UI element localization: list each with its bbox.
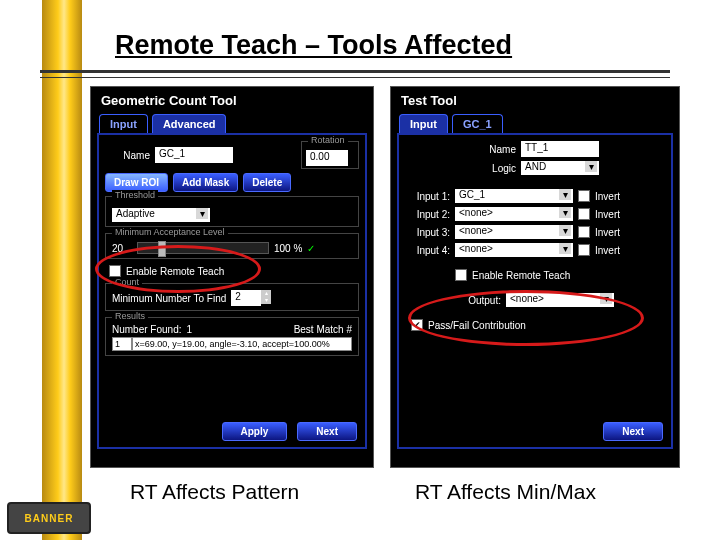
- best-match-label: Best Match #: [294, 324, 352, 335]
- input1-dropdown[interactable]: GC_1: [455, 189, 573, 203]
- input2-label: Input 2:: [405, 209, 450, 220]
- passfail-checkbox[interactable]: [411, 319, 423, 331]
- logic-label: Logic: [471, 163, 516, 174]
- next-button-right[interactable]: Next: [603, 422, 663, 441]
- input4-label: Input 4:: [405, 245, 450, 256]
- found-label: Number Found:: [112, 324, 181, 335]
- input4-dropdown[interactable]: <none>: [455, 243, 573, 257]
- passfail-label: Pass/Fail Contribution: [428, 320, 526, 331]
- caption-left: RT Affects Pattern: [130, 480, 299, 504]
- check-icon: ✓: [307, 243, 315, 254]
- enable-rt-label: Enable Remote Teach: [126, 266, 224, 277]
- tab-advanced[interactable]: Advanced: [152, 114, 227, 133]
- next-button-left[interactable]: Next: [297, 422, 357, 441]
- tab-row-right: Input GC_1: [391, 114, 679, 133]
- results-table: 1 x=69.00, y=19.00, angle=-3.10, accept=…: [112, 337, 352, 351]
- panel-body-left: Name GC_1 Rotation 0.00 Draw ROI Add Mas…: [97, 133, 367, 449]
- test-tool-panel: Test Tool Input GC_1 Name TT_1 Logic AND…: [390, 86, 680, 468]
- input1-invert-label: Invert: [595, 191, 623, 202]
- rotation-input[interactable]: 0.00: [306, 150, 348, 166]
- input2-invert-checkbox[interactable]: [578, 208, 590, 220]
- input1-invert-checkbox[interactable]: [578, 190, 590, 202]
- name-input-right[interactable]: TT_1: [521, 141, 599, 157]
- results-legend: Results: [112, 311, 148, 321]
- found-value: 1: [186, 324, 192, 335]
- name-label: Name: [105, 150, 150, 161]
- count-spinner[interactable]: 2 ▴▾: [231, 290, 271, 306]
- apply-button[interactable]: Apply: [222, 422, 288, 441]
- panel-title-right: Test Tool: [391, 87, 679, 112]
- tab-input[interactable]: Input: [99, 114, 148, 133]
- output-label: Output:: [456, 295, 501, 306]
- caption-right: RT Affects Min/Max: [415, 480, 596, 504]
- count-legend: Count: [112, 277, 142, 287]
- panel-body-right: Name TT_1 Logic AND Input 1:GC_1Invert I…: [397, 133, 673, 449]
- input3-invert-checkbox[interactable]: [578, 226, 590, 238]
- input1-label: Input 1:: [405, 191, 450, 202]
- input2-invert-label: Invert: [595, 209, 623, 220]
- enable-rt-checkbox-right[interactable]: [455, 269, 467, 281]
- input4-invert-checkbox[interactable]: [578, 244, 590, 256]
- input3-label: Input 3:: [405, 227, 450, 238]
- title-underline: [40, 70, 670, 78]
- panel-title-left: Geometric Count Tool: [91, 87, 373, 112]
- gold-sidebar: [42, 0, 82, 540]
- min-accept-slider[interactable]: [137, 242, 269, 254]
- input2-dropdown[interactable]: <none>: [455, 207, 573, 221]
- input3-dropdown[interactable]: <none>: [455, 225, 573, 239]
- name-input[interactable]: GC_1: [155, 147, 233, 163]
- tab-gc1[interactable]: GC_1: [452, 114, 503, 133]
- output-dropdown[interactable]: <none>: [506, 293, 614, 307]
- rotation-legend: Rotation: [308, 135, 348, 145]
- min-accept-legend: Minimum Acceptance Level: [112, 227, 228, 237]
- banner-logo: BANNER: [7, 502, 91, 534]
- delete-button[interactable]: Delete: [243, 173, 291, 192]
- enable-rt-checkbox[interactable]: [109, 265, 121, 277]
- count-label: Minimum Number To Find: [112, 293, 226, 304]
- input3-invert-label: Invert: [595, 227, 623, 238]
- logic-dropdown[interactable]: AND: [521, 161, 599, 175]
- threshold-dropdown[interactable]: Adaptive: [112, 208, 210, 222]
- page-title: Remote Teach – Tools Affected: [115, 30, 512, 61]
- enable-rt-label-right: Enable Remote Teach: [472, 270, 570, 281]
- add-mask-button[interactable]: Add Mask: [173, 173, 238, 192]
- min-accept-pct: 100 %: [274, 243, 302, 254]
- name-label-right: Name: [471, 144, 516, 155]
- geometric-count-panel: Geometric Count Tool Input Advanced Name…: [90, 86, 374, 468]
- tab-input-right[interactable]: Input: [399, 114, 448, 133]
- tab-row-left: Input Advanced: [91, 114, 373, 133]
- input4-invert-label: Invert: [595, 245, 623, 256]
- min-accept-value: 20: [112, 243, 132, 254]
- threshold-legend: Threshold: [112, 190, 158, 200]
